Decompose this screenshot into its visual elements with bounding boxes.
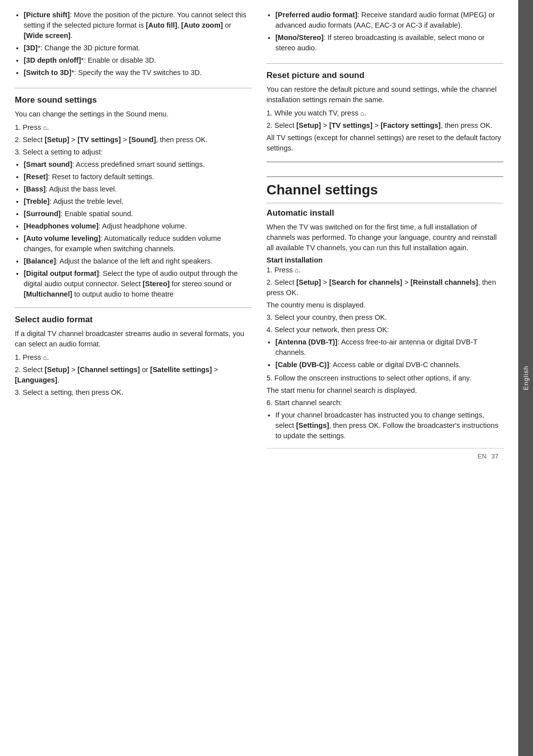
more-sound-settings-section: More sound settings You can change the s… [15,93,252,302]
list-item: [Auto volume leveling]: Automatically re… [24,233,252,254]
content-area: [Picture shift]: Move the position of th… [0,0,518,756]
list-item: [Headphones volume]: Adjust headphone vo… [24,221,252,231]
home-icon-4: ⌂ [295,266,299,274]
list-item: [Surround]: Enable spatial sound. [24,209,252,219]
auto-step8: 6. Start channel search: [266,398,503,408]
list-item: [Antenna (DVB-T)]: Access free-to-air an… [275,337,503,358]
reset-note: All TV settings (except for channel sett… [266,133,503,153]
home-icon-2: ⌂ [43,354,47,361]
reset-picture-sound-title: Reset picture and sound [266,71,503,80]
footer-en-label: EN [477,453,486,460]
automatic-install-intro: When the TV was switched on for the firs… [266,222,503,253]
reset-picture-sound-section: Reset picture and sound You can restore … [266,69,503,156]
channel-search-bullets: If your channel broadcaster has instruct… [275,410,503,441]
list-item: [Switch to 3D]*: Specify the way the TV … [24,68,252,78]
list-item: [3D depth on/off]*: Enable or disable 3D… [24,55,252,66]
list-item: [Digital output format]: Select the type… [24,268,252,300]
channel-settings-title: Channel settings [266,176,503,198]
list-item: [Cable (DVB-C)]: Access cable or digital… [275,360,503,370]
divider [15,307,252,308]
sidebar-label: English [522,366,530,390]
left-column: [Picture shift]: Move the position of th… [15,10,252,746]
more-sound-settings-title: More sound settings [15,95,252,105]
sound-settings-bullets: [Smart sound]: Access predefined smart s… [24,159,252,300]
more-sound-intro: You can change the settings in the Sound… [15,109,252,119]
start-installation-label: Start installation [266,256,503,264]
list-item: [Preferred audio format]: Receive standa… [275,10,503,31]
list-item: [Bass]: Adjust the bass level. [24,184,252,194]
page-container: [Picture shift]: Move the position of th… [0,0,533,756]
two-col-layout: [Picture shift]: Move the position of th… [15,10,503,746]
list-item: If your channel broadcaster has instruct… [275,410,503,441]
divider [266,203,503,203]
reset-step1: 1. While you watch TV, press ⌂. [266,108,503,118]
select-audio-step1: 1. Press ⌂. [15,352,252,363]
list-item: [Smart sound]: Access predefined smart s… [24,159,252,170]
list-item: [3D]*: Change the 3D picture format. [24,43,252,53]
auto-step1: 1. Press ⌂. [266,265,503,275]
right-column: [Preferred audio format]: Receive standa… [266,10,503,746]
select-audio-step3: 3. Select a setting, then press OK. [15,387,252,398]
auto-step2: 2. Select [Setup] > [Search for channels… [266,277,503,298]
home-icon-3: ⌂ [360,110,364,117]
auto-step4: 3. Select your country, then press OK. [266,312,503,323]
select-audio-intro: If a digital TV channel broadcaster stre… [15,329,252,349]
automatic-install-title: Automatic install [266,208,503,218]
more-sound-step3: 3. Select a setting to adjust: [15,147,252,157]
select-audio-format-section: Select audio format If a digital TV chan… [15,313,252,400]
more-sound-step1: 1. Press ⌂. [15,122,252,133]
auto-step5: 4. Select your network, then press OK: [266,325,503,335]
list-item: [Mono/Stereo]: If stereo broadcasting is… [275,33,503,53]
picture-3d-bullets: [Picture shift]: Move the position of th… [24,10,252,80]
list-item: [Reset]: Reset to factory default settin… [24,172,252,182]
select-audio-format-title: Select audio format [15,315,252,325]
auto-step7: The start menu for channel search is dis… [266,385,503,396]
channel-settings-section: Channel settings Automatic install When … [266,169,503,444]
sidebar-tab: English [518,0,533,756]
channel-settings-divider [266,161,503,162]
audio-format-bullets: [Preferred audio format]: Receive standa… [275,10,503,55]
more-sound-step2: 2. Select [Setup] > [TV settings] > [Sou… [15,135,252,145]
divider [15,88,252,88]
home-icon-1: ⌂ [43,124,47,131]
auto-step6: 5. Follow the onscreen instructions to s… [266,373,503,383]
list-item: [Picture shift]: Move the position of th… [24,10,252,41]
automatic-install-section: Automatic install When the TV was switch… [266,208,503,441]
page-number: 37 [492,453,498,460]
reset-intro: You can restore the default picture and … [266,84,503,105]
auto-step3: The country menu is displayed. [266,300,503,310]
page-footer: EN 37 [266,448,503,462]
reset-step2: 2. Select [Setup] > [TV settings] > [Fac… [266,120,503,131]
list-item: [Balance]: Adjust the balance of the lef… [24,256,252,266]
network-bullets: [Antenna (DVB-T)]: Access free-to-air an… [275,337,503,370]
select-audio-step2: 2. Select [Setup] > [Channel settings] o… [15,365,252,385]
list-item: [Treble]: Adjust the treble level. [24,196,252,207]
divider [266,63,503,64]
